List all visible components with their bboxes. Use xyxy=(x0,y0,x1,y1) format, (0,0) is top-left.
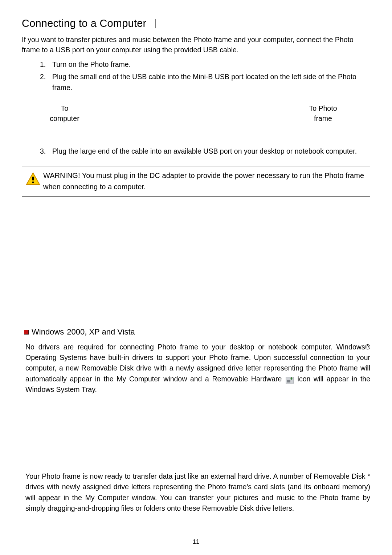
text-cursor-icon xyxy=(155,19,156,28)
ordered-list: 1. Turn on the Photo frame. 2. Plug the … xyxy=(40,59,370,93)
list-number: 3. xyxy=(40,146,52,157)
red-square-bullet-icon xyxy=(24,330,29,335)
svg-point-2 xyxy=(32,182,34,183)
heading-main: Windows xyxy=(32,327,64,337)
heading-tail: 2000, XP and Vista xyxy=(67,327,135,337)
to-photo-frame-label: To Photo frame xyxy=(301,103,345,124)
label-line: To Photo xyxy=(309,104,337,112)
list-text: Plug the large end of the cable into an … xyxy=(52,146,370,157)
list-item: 2. Plug the small end of the USB cable i… xyxy=(40,71,370,93)
list-item: 1. Turn on the Photo frame. xyxy=(40,59,370,70)
list-text: Plug the small end of the USB cable into… xyxy=(52,71,370,93)
intro-paragraph: If you want to transfer pictures and mus… xyxy=(22,35,370,55)
title-row: Connecting to a Computer xyxy=(22,17,370,29)
ordered-list-continued: 3. Plug the large end of the cable into … xyxy=(40,146,370,157)
connection-labels: To computer To Photo frame xyxy=(22,103,370,124)
removable-hardware-icon xyxy=(286,376,294,382)
list-number: 1. xyxy=(40,59,52,70)
list-number: 2. xyxy=(40,71,52,93)
to-computer-label: To computer xyxy=(43,103,86,124)
svg-rect-1 xyxy=(32,177,34,181)
warning-box: WARNING! You must plug in the DC adapter… xyxy=(22,166,370,197)
warning-icon xyxy=(26,170,43,187)
page-title: Connecting to a Computer xyxy=(22,17,146,29)
list-item: 3. Plug the large end of the cable into … xyxy=(40,146,370,157)
label-line: To xyxy=(61,104,69,112)
windows-section-heading: Windows 2000, XP and Vista xyxy=(24,327,370,337)
windows-paragraph-2: Your Photo frame is now ready to transfe… xyxy=(25,471,370,514)
svg-rect-4 xyxy=(287,380,290,382)
label-line: computer xyxy=(50,114,79,122)
list-text: Turn on the Photo frame. xyxy=(52,59,370,70)
page-number: 11 xyxy=(0,538,392,546)
document-page: Connecting to a Computer If you want to … xyxy=(0,0,392,555)
warning-text: WARNING! You must plug in the DC adapter… xyxy=(43,170,364,193)
windows-paragraph-1: No drivers are required for connecting P… xyxy=(25,342,370,395)
label-line: frame xyxy=(314,114,332,122)
